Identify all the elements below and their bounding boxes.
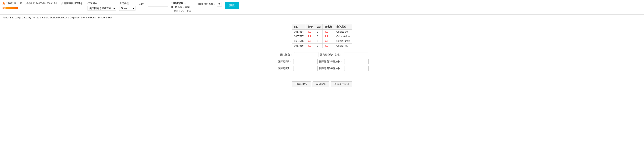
schedule-input[interactable]	[148, 1, 168, 6]
orange-progress-bar	[6, 7, 18, 9]
product-title: Pencil Bag Large Capacity Portable Handl…	[2, 16, 112, 19]
cell-vat: 0	[315, 39, 322, 44]
cell-price: 7.9	[306, 34, 315, 39]
cell-vat: 0	[315, 44, 322, 48]
set-all-time-button[interactable]: 设定全部时间	[331, 81, 352, 87]
html-template-dropdown[interactable]: ▼	[217, 1, 222, 6]
exclude-country-label: 排除国家：	[88, 1, 116, 5]
intl1-extra-input[interactable]	[344, 59, 368, 64]
intl2-extra-label: 国际运费2每件加收：	[319, 67, 342, 70]
exclude-country-section: 排除国家： 美国国内仓屏蔽方案	[88, 1, 116, 11]
cell-vat: 0	[315, 34, 322, 39]
listing-confirm-title: 刊登信息确认：	[171, 1, 194, 5]
shop-type-select[interactable]: Other	[119, 6, 136, 11]
intl1-shipping-row: 国际运费1： 国际运费1每件加收：	[276, 59, 368, 64]
cell-tax-price: 7.9	[323, 44, 334, 48]
top-bar: 新 刊登数量： 10 【当前赢度: 24366(2619860.25)】 新 多…	[0, 0, 644, 14]
cell-sku: 3667514	[292, 30, 306, 34]
cell-price: 7.9	[306, 44, 315, 48]
publish-button[interactable]: 刊登到账号	[292, 81, 311, 87]
listing-count-label: 刊登数量：	[6, 1, 18, 5]
schedule-label: 定时：	[139, 2, 146, 6]
cell-tax-price: 7.9	[323, 39, 334, 44]
cell-vat: 0	[315, 30, 322, 34]
listing-confirm-line2: 【站点：US - 美国】	[171, 9, 194, 13]
col-tax-price: 含税价	[323, 24, 334, 30]
listing-count-value: 10	[20, 2, 22, 5]
col-sku: sku	[292, 24, 306, 30]
bottom-buttons: 刊登到账号 返回编辑 设定全部时间	[0, 78, 644, 90]
schedule-section: 定时：	[139, 1, 168, 6]
multi-attr-section: 多属性零利润策略	[61, 1, 84, 5]
cell-sku: 3667517	[292, 34, 306, 39]
intl2-label: 国际运费2：	[276, 67, 292, 70]
preview-button[interactable]: 预览	[225, 1, 239, 9]
country-select[interactable]: 美国国内仓屏蔽方案	[88, 6, 116, 11]
multi-attr-label: 多属性零利润策略	[61, 1, 81, 5]
main-content: sku 售价 vat 含税价 变体属性 3667514 7.9 0 7.9 Co…	[0, 21, 644, 78]
domestic-label: 国内运费：	[276, 53, 292, 57]
intl1-shipping-input[interactable]	[293, 59, 318, 64]
new-badge-sub: 新	[2, 7, 5, 9]
cell-tax-price: 7.9	[323, 30, 334, 34]
new-sub-row: 新	[2, 7, 58, 9]
intl1-label: 国际运费1：	[276, 60, 292, 63]
html-template-section: HTML模板选择： ▼	[197, 1, 222, 6]
col-price: 售价	[306, 24, 315, 30]
table-row: 3667514 7.9 0 7.9 Color:Blue	[292, 30, 352, 34]
current-profit: 【当前赢度: 24366(2619860.25)】	[24, 2, 58, 5]
cell-variant: Color:Pink	[334, 44, 352, 48]
domestic-shipping-input[interactable]	[294, 52, 318, 57]
domestic-shipping-row: 国内运费： 国内运费每件加收：	[276, 52, 368, 57]
col-variant: 变体属性	[334, 24, 352, 30]
listing-confirm-line1: D - 帐号默认方案	[171, 5, 194, 9]
product-table-area: sku 售价 vat 含税价 变体属性 3667514 7.9 0 7.9 Co…	[2, 24, 642, 48]
intl2-shipping-row: 国际运费2： 国际运费2每件加收：	[276, 66, 368, 71]
table-row: 3667515 7.9 0 7.9 Color:Pink	[292, 44, 352, 48]
table-header-row: sku 售价 vat 含税价 变体属性	[292, 24, 352, 30]
intl1-extra-label: 国际运费1每件加收：	[319, 60, 342, 63]
domestic-extra-label: 国内运费每件加收：	[320, 53, 342, 57]
product-title-bar: Pencil Bag Large Capacity Portable Handl…	[0, 14, 644, 21]
shipping-area: 国内运费： 国内运费每件加收： 国际运费1： 国际运费1每件加收： 国际运费2：…	[2, 52, 642, 71]
cell-sku: 3667515	[292, 44, 306, 48]
listing-confirm-section: 刊登信息确认： D - 帐号默认方案 【站点：US - 美国】	[171, 1, 194, 13]
shop-type-section: 店铺类别： Other	[119, 1, 136, 11]
table-row: 3667517 7.9 0 7.9 Color:Yellow	[292, 34, 352, 39]
cell-sku: 3667516	[292, 39, 306, 44]
multi-attr-checkbox[interactable]	[82, 2, 84, 5]
domestic-extra-input[interactable]	[344, 52, 368, 57]
cell-variant: Color:Yellow	[334, 34, 352, 39]
shop-type-label: 店铺类别：	[119, 1, 136, 5]
sku-table: sku 售价 vat 含税价 变体属性 3667514 7.9 0 7.9 Co…	[292, 24, 352, 48]
cell-tax-price: 7.9	[323, 34, 334, 39]
new-section: 新 刊登数量： 10 【当前赢度: 24366(2619860.25)】 新	[2, 1, 58, 9]
back-button[interactable]: 返回编辑	[312, 81, 329, 87]
cell-price: 7.9	[306, 30, 315, 34]
table-row: 3667516 7.9 0 7.9 Color:Purple	[292, 39, 352, 44]
col-vat: vat	[315, 24, 322, 30]
cell-price: 7.9	[306, 39, 315, 44]
cell-variant: Color:Purple	[334, 39, 352, 44]
cell-variant: Color:Blue	[334, 30, 352, 34]
new-badge: 新	[2, 2, 5, 5]
intl2-shipping-input[interactable]	[293, 66, 318, 71]
intl2-extra-input[interactable]	[344, 66, 368, 71]
html-template-label: HTML模板选择：	[197, 2, 216, 6]
